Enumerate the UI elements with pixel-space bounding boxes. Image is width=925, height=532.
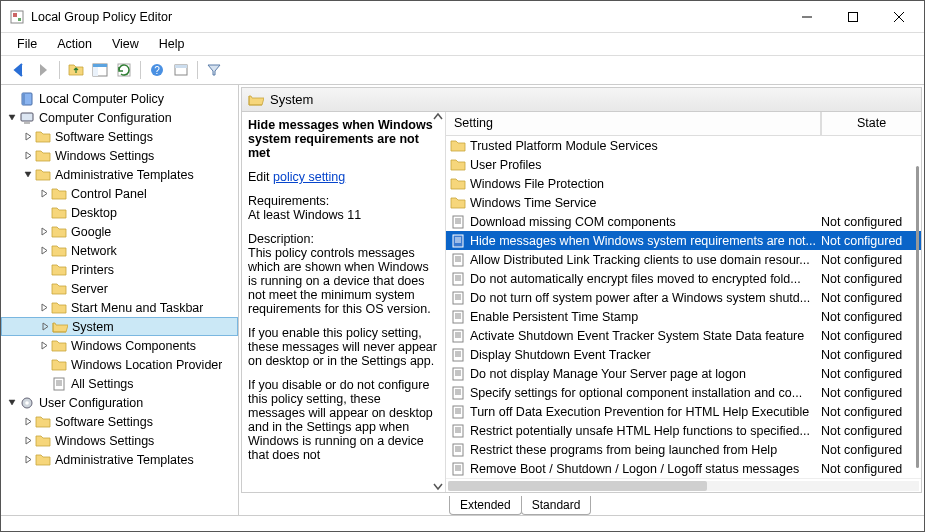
nav-tree[interactable]: Local Computer PolicyComputer Configurat… xyxy=(1,85,239,515)
item-state: Not configured xyxy=(821,215,921,229)
item-state: Not configured xyxy=(821,424,921,438)
item-name: Hide messages when Windows system requir… xyxy=(470,234,821,248)
show-tree-button[interactable] xyxy=(88,59,112,81)
list-item[interactable]: Remove Boot / Shutdown / Logon / Logoff … xyxy=(446,459,921,478)
item-name: Do not turn off system power after a Win… xyxy=(470,291,821,305)
item-state: Not configured xyxy=(821,367,921,381)
settings-list[interactable]: Trusted Platform Module ServicesUser Pro… xyxy=(446,136,921,478)
svg-rect-26 xyxy=(93,64,107,67)
tree-windows-settings-cc-label: Windows Settings xyxy=(55,149,154,163)
item-state: Not configured xyxy=(821,443,921,457)
policy-icon xyxy=(450,271,466,287)
tree-location-provider-label: Windows Location Provider xyxy=(71,358,222,372)
list-item[interactable]: Restrict potentially unsafe HTML Help fu… xyxy=(446,421,921,440)
description-body-1: This policy controls messages which are … xyxy=(248,246,431,316)
policy-icon xyxy=(450,442,466,458)
tree-computer-config[interactable]: Computer Configuration xyxy=(1,108,238,127)
menu-view[interactable]: View xyxy=(102,35,149,53)
item-name: Restrict these programs from being launc… xyxy=(470,443,821,457)
tree-control-panel[interactable]: Control Panel xyxy=(1,184,238,203)
edit-prefix: Edit xyxy=(248,170,273,184)
list-item[interactable]: Trusted Platform Module Services xyxy=(446,136,921,155)
tree-server[interactable]: Server xyxy=(1,279,238,298)
tree-software-settings-uc[interactable]: Software Settings xyxy=(1,412,238,431)
edit-policy-link[interactable]: policy setting xyxy=(273,170,345,184)
tree-computer-config-label: Computer Configuration xyxy=(39,111,172,125)
tree-printers[interactable]: Printers xyxy=(1,260,238,279)
tree-windows-components[interactable]: Windows Components xyxy=(1,336,238,355)
list-item[interactable]: Do not automatically encrypt files moved… xyxy=(446,269,921,288)
list-item[interactable]: Do not turn off system power after a Win… xyxy=(446,288,921,307)
policy-icon xyxy=(450,385,466,401)
properties-button[interactable] xyxy=(169,59,193,81)
help-button[interactable] xyxy=(145,59,169,81)
tab-standard[interactable]: Standard xyxy=(521,496,592,515)
list-item[interactable]: User Profiles xyxy=(446,155,921,174)
tree-root[interactable]: Local Computer Policy xyxy=(1,89,238,108)
up-level-button[interactable] xyxy=(64,59,88,81)
tree-location-provider[interactable]: Windows Location Provider xyxy=(1,355,238,374)
item-state: Not configured xyxy=(821,291,921,305)
folder-icon xyxy=(450,176,466,192)
list-item[interactable]: Restrict these programs from being launc… xyxy=(446,440,921,459)
tree-software-settings-cc[interactable]: Software Settings xyxy=(1,127,238,146)
item-name: Allow Distributed Link Tracking clients … xyxy=(470,253,821,267)
scroll-up-icon[interactable] xyxy=(433,112,443,122)
description-body-2: If you enable this policy setting, these… xyxy=(248,326,437,368)
titlebar: Local Group Policy Editor xyxy=(1,1,924,33)
list-item[interactable]: Enable Persistent Time StampNot configur… xyxy=(446,307,921,326)
close-button[interactable] xyxy=(876,2,922,32)
svg-rect-27 xyxy=(93,67,98,76)
tree-desktop[interactable]: Desktop xyxy=(1,203,238,222)
minimize-button[interactable] xyxy=(784,2,830,32)
tree-user-config[interactable]: User Configuration xyxy=(1,393,238,412)
folder-icon xyxy=(450,195,466,211)
horizontal-scrollbar[interactable] xyxy=(446,478,921,492)
maximize-button[interactable] xyxy=(830,2,876,32)
menu-help[interactable]: Help xyxy=(149,35,195,53)
tree-admin-templates-uc[interactable]: Administrative Templates xyxy=(1,450,238,469)
list-item[interactable]: Turn off Data Execution Prevention for H… xyxy=(446,402,921,421)
column-setting[interactable]: Setting xyxy=(446,112,821,135)
list-item[interactable]: Hide messages when Windows system requir… xyxy=(446,231,921,250)
filter-button[interactable] xyxy=(202,59,226,81)
list-item[interactable]: Download missing COM componentsNot confi… xyxy=(446,212,921,231)
forward-button[interactable] xyxy=(31,59,55,81)
list-item[interactable]: Windows File Protection xyxy=(446,174,921,193)
list-item[interactable]: Do not display Manage Your Server page a… xyxy=(446,364,921,383)
tree-google[interactable]: Google xyxy=(1,222,238,241)
item-name: Windows File Protection xyxy=(470,177,821,191)
list-item[interactable]: Allow Distributed Link Tracking clients … xyxy=(446,250,921,269)
list-item[interactable]: Specify settings for optional component … xyxy=(446,383,921,402)
tree-all-settings[interactable]: All Settings xyxy=(1,374,238,393)
tree-windows-settings-cc[interactable]: Windows Settings xyxy=(1,146,238,165)
description-body-3: If you disable or do not configure this … xyxy=(248,378,437,462)
item-name: Trusted Platform Module Services xyxy=(470,139,821,153)
menu-action[interactable]: Action xyxy=(47,35,102,53)
column-state[interactable]: State xyxy=(821,112,921,135)
tree-network[interactable]: Network xyxy=(1,241,238,260)
scroll-down-icon[interactable] xyxy=(433,482,443,492)
back-button[interactable] xyxy=(7,59,31,81)
refresh-button[interactable] xyxy=(112,59,136,81)
list-item[interactable]: Activate Shutdown Event Tracker System S… xyxy=(446,326,921,345)
item-name: Activate Shutdown Event Tracker System S… xyxy=(470,329,821,343)
tree-start-menu[interactable]: Start Menu and Taskbar xyxy=(1,298,238,317)
item-state: Not configured xyxy=(821,405,921,419)
list-item[interactable]: Display Shutdown Event TrackerNot config… xyxy=(446,345,921,364)
menu-file[interactable]: File xyxy=(7,35,47,53)
item-name: Enable Persistent Time Stamp xyxy=(470,310,821,324)
list-item[interactable]: Windows Time Service xyxy=(446,193,921,212)
tree-windows-settings-uc-label: Windows Settings xyxy=(55,434,154,448)
tree-system[interactable]: System xyxy=(1,317,238,336)
tree-windows-settings-uc[interactable]: Windows Settings xyxy=(1,431,238,450)
item-name: Windows Time Service xyxy=(470,196,821,210)
policy-icon xyxy=(450,252,466,268)
tab-extended[interactable]: Extended xyxy=(449,496,522,515)
tree-software-settings-uc-label: Software Settings xyxy=(55,415,153,429)
tree-admin-templates-cc[interactable]: Administrative Templates xyxy=(1,165,238,184)
vertical-scrollbar[interactable] xyxy=(916,166,919,468)
tree-admin-templates-uc-label: Administrative Templates xyxy=(55,453,194,467)
item-state: Not configured xyxy=(821,253,921,267)
description-label: Description: xyxy=(248,232,314,246)
